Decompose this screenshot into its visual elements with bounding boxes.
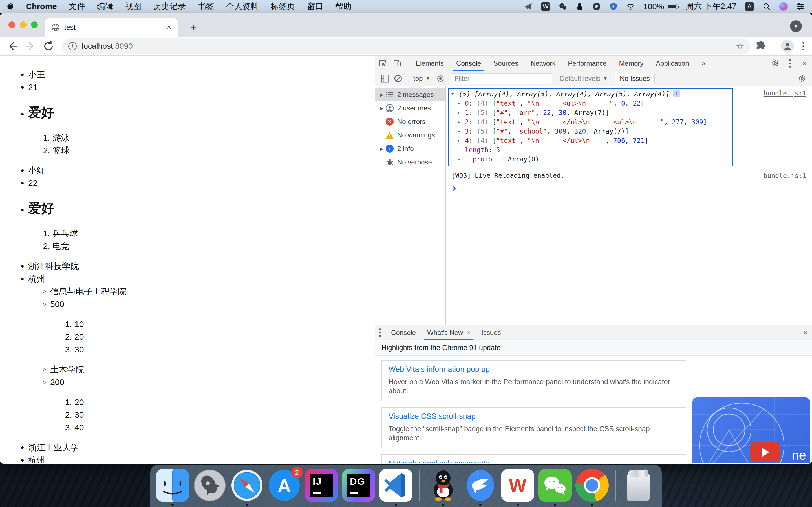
inspect-element-icon[interactable] xyxy=(375,56,390,71)
menu-chrome[interactable]: Chrome xyxy=(26,2,57,11)
drawer-tab-issues[interactable]: Issues xyxy=(476,325,506,340)
expand-arrow-icon[interactable]: ▶ xyxy=(378,92,386,98)
siri-icon[interactable] xyxy=(779,2,788,11)
wechat-status-icon[interactable] xyxy=(559,2,567,11)
console-array-row[interactable]: ▶1: (5) ["#", "arr", 22, 30, Array(7)] xyxy=(450,108,730,117)
drawer-tab-whats-new[interactable]: What's New × xyxy=(421,325,476,340)
wifi-icon[interactable] xyxy=(626,2,635,11)
qq-status-icon[interactable] xyxy=(575,2,584,11)
chrome-menu-icon[interactable] xyxy=(802,42,804,50)
devtools-tab-memory[interactable]: Memory xyxy=(613,56,650,71)
new-tab-button[interactable]: + xyxy=(187,21,200,33)
log-levels-dropdown[interactable]: Default levels▼ xyxy=(560,75,608,82)
menu-clock[interactable]: 周六 下午2:47 xyxy=(686,1,737,12)
devtools-tab-elements[interactable]: Elements xyxy=(409,56,450,71)
dingtalk-status-icon[interactable] xyxy=(592,2,601,11)
menu-help[interactable]: 帮助 xyxy=(335,1,352,12)
console-prompt[interactable] xyxy=(446,182,812,195)
whats-new-link[interactable]: Visualize CSS scroll-snap xyxy=(389,412,679,421)
dock-dingtalk-icon[interactable] xyxy=(464,469,497,506)
address-bar[interactable]: i localhost:8090 ☆ xyxy=(62,38,751,54)
sidebar-errors[interactable]: ✕ No errors xyxy=(375,115,446,128)
whats-new-close-icon[interactable]: × xyxy=(466,329,470,336)
menu-window[interactable]: 窗口 xyxy=(307,1,323,12)
console-context-selector[interactable]: top▼ xyxy=(413,75,430,82)
console-array-row[interactable]: ▶2: (4) ["text", "\n </ul>\n <ul>\n ", 2… xyxy=(450,117,730,127)
console-group-header[interactable]: ▼(5) [Array(4), Array(5), Array(4), Arra… xyxy=(450,90,730,99)
devtools-tab-sources[interactable]: Sources xyxy=(487,56,524,71)
console-array-row[interactable]: ▶0: (4) ["text", "\n <ul>\n ", 0, 22] xyxy=(450,99,730,108)
dock-qq-icon[interactable] xyxy=(426,469,460,506)
apple-menu-icon[interactable] xyxy=(7,2,15,11)
dock-chrome-icon[interactable] xyxy=(575,469,609,506)
zoom-window-button[interactable] xyxy=(31,21,38,28)
device-toolbar-icon[interactable] xyxy=(390,56,405,71)
menu-profiles[interactable]: 个人资料 xyxy=(226,1,259,12)
dock-finder-icon[interactable] xyxy=(156,469,189,506)
whats-new-link[interactable]: Web Vitals information pop up xyxy=(389,365,679,374)
console-proto-row[interactable]: ▶__proto__: Array(0) xyxy=(450,155,730,164)
telegram-icon[interactable] xyxy=(524,2,532,11)
menu-edit[interactable]: 编辑 xyxy=(97,1,113,12)
console-filter-input[interactable] xyxy=(451,73,552,84)
sidebar-all-messages[interactable]: ▶ 2 messages xyxy=(375,88,446,101)
input-source-switcher[interactable]: A xyxy=(745,2,754,11)
menu-bookmarks[interactable]: 书签 xyxy=(198,1,214,12)
bookmark-star-icon[interactable]: ☆ xyxy=(736,41,744,52)
minimize-window-button[interactable] xyxy=(20,21,27,28)
console-array-message[interactable]: ▼(5) [Array(4), Array(5), Array(4), Arra… xyxy=(448,89,733,166)
back-button[interactable] xyxy=(6,40,18,52)
devtools-tab-console[interactable]: Console xyxy=(450,56,487,71)
devtools-tab-application[interactable]: Application xyxy=(650,56,695,71)
tab-search-button[interactable]: ▼ xyxy=(790,20,802,32)
console-array-row[interactable]: ▶4: (4) ["text", "\n </ul>\n ", 706, 721… xyxy=(450,136,730,145)
sidebar-verbose[interactable]: No verbose xyxy=(375,156,446,169)
whats-new-link[interactable]: Network panel enhancements xyxy=(389,459,679,463)
more-tabs-icon[interactable]: » xyxy=(695,56,711,71)
clear-console-icon[interactable] xyxy=(392,73,405,84)
spotlight-search-icon[interactable] xyxy=(762,2,771,11)
devtools-tab-network[interactable]: Network xyxy=(524,56,562,71)
console-settings-gear-icon[interactable] xyxy=(796,73,809,84)
sidebar-user-messages[interactable]: ▶ 2 user mes… xyxy=(375,101,446,115)
devtools-settings-gear-icon[interactable] xyxy=(768,56,783,71)
dock-trash-icon[interactable] xyxy=(623,469,656,506)
source-link[interactable]: bundle.js:1 xyxy=(763,90,806,97)
reload-button[interactable] xyxy=(42,40,55,52)
sidebar-info[interactable]: ▶ i 2 info xyxy=(375,142,446,156)
battery-indicator[interactable]: 100% xyxy=(643,2,677,11)
url-text[interactable]: localhost:8090 xyxy=(82,42,736,51)
close-window-button[interactable] xyxy=(8,21,15,28)
dock-datagrip-icon[interactable]: DG xyxy=(342,469,375,506)
devtools-tab-performance[interactable]: Performance xyxy=(562,56,613,71)
forward-button[interactable] xyxy=(24,40,37,52)
dock-intellij-icon[interactable]: IJ xyxy=(305,469,338,506)
devtools-close-icon[interactable]: × xyxy=(797,56,812,71)
no-issues-button[interactable]: No Issues xyxy=(615,73,655,84)
dock-vscode-icon[interactable] xyxy=(379,469,412,506)
dock-wechat-icon[interactable] xyxy=(538,469,571,506)
expand-arrow-icon[interactable]: ▶ xyxy=(378,146,386,152)
tab-close-icon[interactable]: × xyxy=(167,23,171,32)
drawer-tab-console[interactable]: Console xyxy=(386,325,421,340)
menu-file[interactable]: 文件 xyxy=(69,1,85,12)
drawer-menu-icon[interactable] xyxy=(379,328,381,337)
browser-tab-test[interactable]: test × xyxy=(45,18,177,37)
control-center-icon[interactable] xyxy=(796,2,805,11)
expand-arrow-icon[interactable]: ▶ xyxy=(378,106,386,111)
wps-status-icon[interactable]: W xyxy=(541,2,550,11)
source-link[interactable]: bundle.js:1 xyxy=(763,172,806,179)
profile-avatar[interactable] xyxy=(781,40,794,53)
sidebar-warnings[interactable]: No warnings xyxy=(375,128,446,142)
menu-history[interactable]: 历史记录 xyxy=(153,1,186,12)
console-sidebar-toggle-icon[interactable] xyxy=(378,73,392,84)
dock-wps-icon[interactable]: W xyxy=(501,469,534,506)
menu-view[interactable]: 视图 xyxy=(125,1,142,12)
menu-tabs[interactable]: 标签页 xyxy=(271,1,295,12)
extensions-puzzle-icon[interactable] xyxy=(755,40,767,52)
live-expression-eye-icon[interactable] xyxy=(434,73,447,84)
shield-status-icon[interactable] xyxy=(609,2,618,11)
chrome-91-promo-video[interactable]: ne 9 xyxy=(693,397,810,463)
devtools-menu-icon[interactable] xyxy=(783,56,797,71)
console-array-row[interactable]: ▶3: (5) ["#", "school", 309, 320, Array(… xyxy=(450,127,730,136)
